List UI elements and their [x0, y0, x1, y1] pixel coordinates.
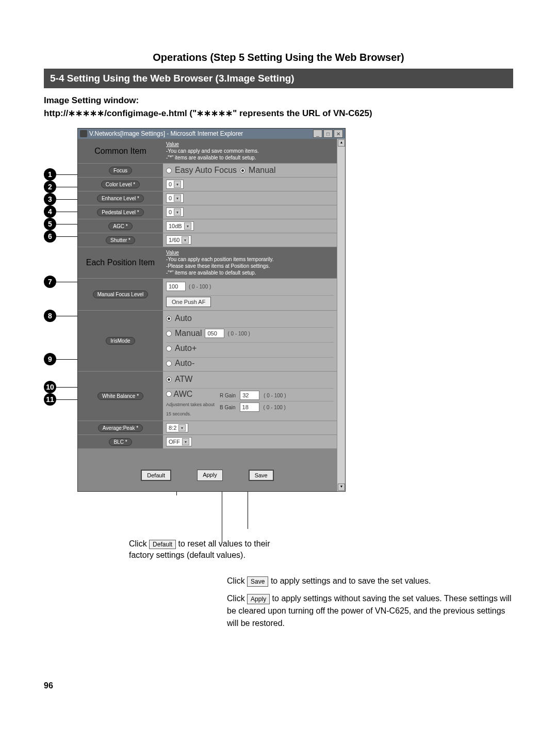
- callout-10: 10: [44, 381, 56, 393]
- iris-manual-input[interactable]: 050: [205, 329, 224, 338]
- r-gain-input[interactable]: 32: [240, 391, 259, 400]
- blc-label: BLC *: [109, 438, 132, 446]
- save-button[interactable]: Save: [249, 470, 274, 481]
- window-titlebar: V.Networks[Image Settings] - Microsoft I…: [78, 128, 345, 139]
- default-button[interactable]: Default: [141, 470, 171, 481]
- b-gain-input[interactable]: 18: [240, 403, 259, 412]
- iris-mode-label: IrisMode: [106, 337, 135, 345]
- iris-manual-range: ( 0 - 100 ): [227, 331, 250, 336]
- iris-manual-radio[interactable]: [166, 331, 172, 336]
- callout-1: 1: [44, 168, 56, 181]
- vertical-scrollbar[interactable]: ▴ ▾: [337, 139, 345, 491]
- iris-auto-text: Auto: [175, 314, 192, 323]
- callout-7: 7: [44, 276, 56, 288]
- section-title-bar: 5-4 Setting Using the Web Browser (3.Ima…: [44, 69, 513, 88]
- enhance-level-label: Enhance Level *: [97, 195, 144, 202]
- iris-manual-text: Manual: [175, 329, 202, 338]
- enhance-level-select[interactable]: 0▾: [166, 194, 184, 203]
- agc-label: AGC *: [108, 222, 132, 230]
- focus-label: Focus: [109, 167, 132, 174]
- pedestal-level-select[interactable]: 0▾: [166, 207, 184, 217]
- r-gain-label: R Gain: [220, 393, 236, 398]
- maximize-button[interactable]: □: [323, 130, 333, 138]
- agc-select[interactable]: 10dB▾: [166, 221, 194, 231]
- browser-window: V.Networks[Image Settings] - Microsoft I…: [77, 128, 346, 492]
- white-balance-label: White Balance *: [97, 392, 143, 400]
- scroll-down-icon[interactable]: ▾: [338, 484, 345, 491]
- minimize-button[interactable]: _: [313, 130, 322, 138]
- iris-auto-minus-text: Auto-: [175, 359, 194, 368]
- manual-focus-label: Manual Focus Level: [93, 291, 149, 298]
- close-button[interactable]: ✕: [334, 130, 343, 138]
- color-level-label: Color Level *: [101, 181, 140, 188]
- chevron-down-icon: ▾: [182, 236, 189, 244]
- focus-manual-radio[interactable]: [240, 168, 245, 173]
- chevron-down-icon: ▾: [182, 438, 189, 445]
- b-gain-range: ( 0 - 100 ): [264, 405, 286, 410]
- apply-button[interactable]: Apply: [197, 470, 223, 481]
- focus-manual-text: Manual: [249, 166, 275, 175]
- scroll-up-icon[interactable]: ▴: [338, 139, 345, 147]
- chevron-down-icon: ▾: [178, 424, 186, 431]
- each-position-value-header: Value -You can apply each position items…: [166, 249, 273, 276]
- callout-6: 6: [44, 230, 56, 243]
- callout-11: 11: [44, 393, 56, 406]
- iris-auto-radio[interactable]: [166, 316, 172, 321]
- manual-focus-range: ( 0 - 100 ): [189, 284, 211, 289]
- common-item-label: Common Item: [94, 147, 146, 156]
- page-header: Operations (Step 5 Setting Using the Web…: [44, 52, 513, 63]
- focus-easy-radio[interactable]: [166, 168, 172, 173]
- chevron-down-icon: ▾: [184, 222, 191, 230]
- chevron-down-icon: ▾: [174, 181, 181, 188]
- wb-awc-radio[interactable]: [166, 391, 172, 397]
- chevron-down-icon: ▾: [174, 208, 181, 216]
- app-icon: [80, 130, 87, 137]
- iris-auto-plus-radio[interactable]: [166, 346, 172, 351]
- save-inline-button: Save: [247, 576, 268, 587]
- page-number: 96: [44, 681, 513, 690]
- chevron-down-icon: ▾: [174, 195, 181, 202]
- iris-auto-minus-radio[interactable]: [166, 361, 172, 366]
- pedestal-level-label: Pedestal Level *: [97, 208, 143, 216]
- each-position-label: Each Position Item: [86, 258, 155, 267]
- callout-9: 9: [44, 353, 56, 365]
- r-gain-range: ( 0 - 100 ): [264, 393, 286, 398]
- shutter-select[interactable]: 1/60▾: [166, 235, 191, 245]
- save-description: Click Save to apply settings and to save…: [227, 575, 513, 587]
- callout-4: 4: [44, 205, 56, 218]
- color-level-select[interactable]: 0▾: [166, 180, 184, 189]
- common-value-header: Value -You can apply and save common ite…: [166, 141, 259, 161]
- default-description: Click Default to reset all values to the…: [129, 538, 273, 560]
- apply-description: Click Apply to apply settings without sa…: [227, 592, 513, 630]
- avg-peak-select[interactable]: 8:2▾: [166, 423, 188, 432]
- one-push-af-button[interactable]: One Push AF: [166, 297, 211, 307]
- wb-awc-text: AWC: [174, 390, 193, 398]
- default-inline-button: Default: [149, 540, 176, 549]
- focus-easy-text: Easy Auto Focus: [175, 166, 237, 175]
- intro-url: http://∗∗∗∗∗/configimage-e.html ("∗∗∗∗∗"…: [44, 108, 513, 119]
- callout-3: 3: [44, 193, 56, 205]
- b-gain-label: B Gain: [220, 405, 236, 410]
- blc-select[interactable]: OFF▾: [166, 437, 192, 446]
- iris-auto-plus-text: Auto+: [175, 344, 196, 353]
- callout-5: 5: [44, 218, 56, 230]
- shutter-label: Shutter *: [106, 236, 135, 244]
- wb-atw-radio[interactable]: [166, 377, 172, 382]
- wb-atw-text: ATW: [175, 375, 192, 384]
- window-title: V.Networks[Image Settings] - Microsoft I…: [89, 130, 243, 137]
- avg-peak-label: Average:Peak *: [98, 424, 143, 432]
- callout-8: 8: [44, 310, 56, 322]
- callout-2: 2: [44, 181, 56, 193]
- intro-window-label: Image Setting window:: [44, 95, 513, 106]
- apply-inline-button: Apply: [247, 594, 270, 604]
- wb-awc-note: Adjustment takes about 15 seconds.: [166, 402, 215, 416]
- manual-focus-input[interactable]: 100: [166, 282, 186, 291]
